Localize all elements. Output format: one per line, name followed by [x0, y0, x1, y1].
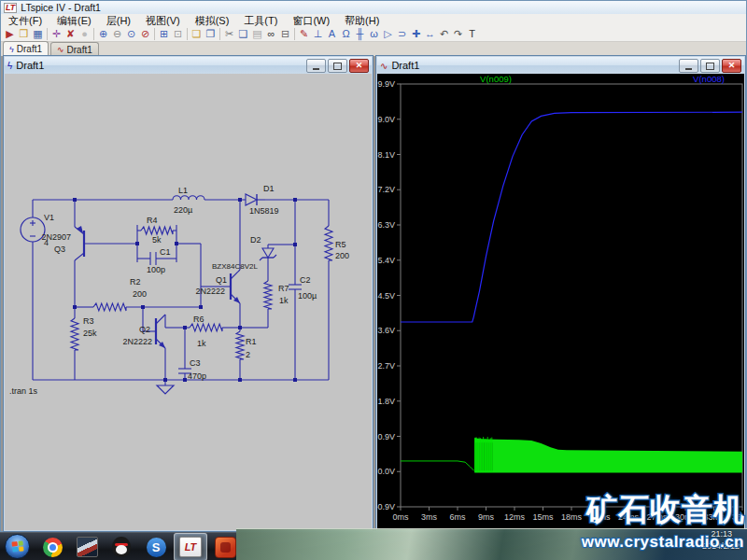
waveform-tab-icon: ∿ — [57, 45, 64, 54]
toolbar-separator — [93, 28, 94, 40]
pause-icon[interactable]: ● — [78, 27, 92, 41]
drag-icon[interactable]: ↔ — [423, 27, 437, 41]
waveform-canvas[interactable]: -0.9V0.0V0.9V1.8V2.7V3.6V4.5V5.4V6.3V7.2… — [377, 74, 744, 530]
y-tick-label: 8.1V — [377, 150, 395, 160]
taskbar-icons: S LT — [35, 533, 243, 560]
x-tick-label: 6ms — [449, 512, 466, 522]
restore-button[interactable] — [700, 59, 720, 73]
redo-icon[interactable]: ↷ — [451, 27, 465, 41]
close-button[interactable]: ✕ — [722, 59, 741, 73]
legend-vn008[interactable]: V(n008) — [693, 74, 725, 84]
watermark-text: 矿石收音机 — [586, 492, 745, 527]
label-R5: R5 — [335, 240, 346, 249]
inductor-icon[interactable]: ω — [367, 27, 381, 41]
app-titlebar[interactable]: LT LTspice IV - Draft1 — [1, 1, 746, 14]
legend-vn009[interactable]: V(n009) — [480, 74, 512, 84]
start-button[interactable] — [5, 534, 30, 559]
label-D1: D1 — [263, 184, 275, 193]
wire-icon[interactable]: ✎ — [297, 27, 311, 41]
x-tick-label: 9ms — [478, 512, 495, 522]
value-D2: BZX84C8V2L — [212, 262, 258, 271]
menu-item-3[interactable]: 视图(V) — [138, 14, 188, 27]
minimize-button[interactable] — [679, 59, 698, 73]
x-tick-label: 3ms — [421, 512, 438, 522]
sogou-icon[interactable]: S — [139, 533, 173, 560]
value-Q2: 2N2222 — [122, 337, 152, 346]
zoom-in-icon[interactable]: ⊕ — [96, 27, 110, 41]
ltspice-icon[interactable]: LT — [174, 533, 207, 560]
tab-waveform[interactable]: ∿Draft1 — [50, 42, 99, 56]
diode-icon[interactable]: ▷ — [381, 27, 395, 41]
desktop: LT LTspice IV - Draft1 文件(F)编辑(E)层(H)视图(… — [0, 0, 747, 560]
label-L1: L1 — [178, 186, 188, 195]
ground-icon[interactable]: ⊥ — [311, 27, 325, 41]
snap-icon[interactable]: ⊡ — [171, 27, 185, 41]
label-R2: R2 — [130, 277, 141, 287]
x-tick-label: 0ms — [392, 512, 409, 522]
save-icon[interactable]: ▦ — [31, 27, 45, 41]
tab-label: Draft1 — [67, 45, 92, 55]
open-icon[interactable]: ❒ — [17, 27, 31, 41]
new-symbol-icon[interactable]: ❐ — [204, 27, 218, 41]
control-panel-icon[interactable]: ✛ — [49, 27, 63, 41]
value-C2: 100µ — [298, 291, 317, 301]
cut-icon[interactable]: ✂ — [222, 27, 236, 41]
schematic-canvas[interactable]: V14Q32N2907L1220µR45kC1100pD11N5819D2BZX… — [5, 74, 372, 530]
windows-flag-icon — [11, 540, 23, 552]
y-tick-label: 3.6V — [377, 326, 395, 335]
undo-icon[interactable]: ↶ — [437, 27, 451, 41]
label-Q1: Q1 — [216, 275, 227, 285]
tab-schematic[interactable]: ϟDraft1 — [3, 41, 49, 56]
toolbar: ▶❒▦✛✘●⊕⊖⊙⊘⊞⊡❏❐✂❑▤∞⊟✎⊥AΩ╫ω▷⊃✚↔↶↷T — [1, 27, 746, 42]
value-Q3: 2N2907 — [41, 232, 71, 242]
menu-item-0[interactable]: 文件(F) — [1, 14, 49, 27]
menu-item-2[interactable]: 层(H) — [99, 14, 138, 27]
value-R5: 200 — [335, 251, 349, 260]
photo-viewer-icon[interactable] — [70, 533, 104, 560]
menu-item-6[interactable]: 窗口(W) — [285, 14, 337, 27]
run-icon[interactable]: ▶ — [3, 27, 17, 41]
toolbar-separator — [187, 28, 188, 40]
label-icon[interactable]: A — [325, 27, 339, 41]
grid-icon[interactable]: ⊞ — [157, 27, 171, 41]
zoom-out-icon[interactable]: ⊖ — [110, 27, 124, 41]
print-icon[interactable]: ⊟ — [278, 27, 292, 41]
value-R2: 200 — [133, 289, 147, 299]
qq-icon[interactable] — [105, 533, 138, 560]
value-R6: 1k — [197, 339, 206, 348]
find-icon[interactable]: ∞ — [264, 27, 278, 41]
component-icon[interactable]: ⊃ — [395, 27, 409, 41]
copy-icon[interactable]: ❑ — [236, 27, 250, 41]
minimize-button[interactable] — [306, 59, 326, 73]
zoom-back-icon[interactable]: ⊘ — [138, 27, 152, 41]
y-tick-label: 0.0V — [377, 467, 395, 476]
value-D1: 1N5819 — [249, 206, 279, 216]
halt-icon[interactable]: ✘ — [63, 27, 78, 41]
waveform-window-titlebar[interactable]: ∿ Draft1 ✕ — [377, 57, 744, 75]
new-schematic-icon[interactable]: ❏ — [190, 27, 204, 41]
capacitor-icon[interactable]: ╫ — [353, 27, 367, 41]
resistor-icon[interactable]: Ω — [339, 27, 353, 41]
label-R4: R4 — [147, 216, 158, 225]
chrome-icon[interactable] — [35, 533, 69, 560]
close-button[interactable]: ✕ — [349, 59, 369, 73]
toolbar-separator — [294, 28, 295, 40]
label-Q2: Q2 — [139, 325, 150, 334]
label-R3: R3 — [83, 316, 94, 326]
schematic-window-titlebar[interactable]: ϟ Draft1 ✕ — [5, 57, 372, 75]
text-icon[interactable]: T — [465, 27, 479, 41]
menu-item-4[interactable]: 模拟(S) — [188, 14, 237, 27]
paste-icon[interactable]: ▤ — [250, 27, 264, 41]
menu-item-7[interactable]: 帮助(H) — [337, 14, 387, 27]
restore-button[interactable] — [328, 59, 347, 73]
zoom-full-icon[interactable]: ⊙ — [124, 27, 138, 41]
move-icon[interactable]: ✚ — [409, 27, 423, 41]
toolbar-separator — [154, 28, 155, 40]
menu-item-5[interactable]: 工具(T) — [236, 14, 285, 27]
label-D2: D2 — [250, 235, 261, 245]
y-tick-label: 9.0V — [377, 115, 395, 124]
menu-item-1[interactable]: 编辑(E) — [49, 14, 99, 27]
waveform-window: ∿ Draft1 ✕ -0.9V0.0V0.9V1.8V2.7V3.6V4.5V… — [375, 55, 746, 532]
y-tick-label: 0.9V — [377, 432, 395, 441]
x-tick-label: 18ms — [561, 512, 583, 522]
